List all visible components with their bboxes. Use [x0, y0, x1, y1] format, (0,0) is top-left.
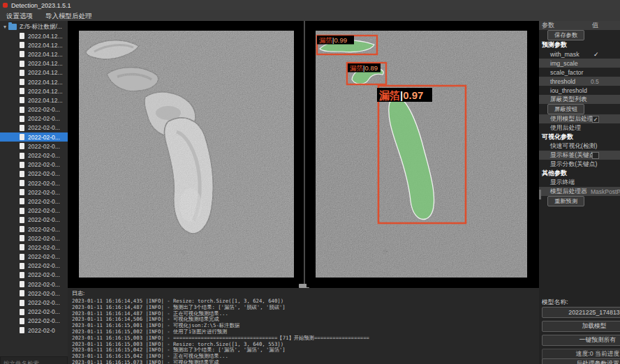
svg-text:漏箔|0.97: 漏箔|0.97	[378, 89, 423, 101]
tree-item[interactable]: 2022.04.12...	[0, 68, 68, 77]
checkbox-unchecked[interactable]	[592, 152, 599, 159]
tree-item-label: 2022-02-0...	[28, 271, 60, 278]
menu-item[interactable]: 设置选项	[0, 10, 39, 21]
tree-item[interactable]: 2022.04.12...	[0, 50, 68, 59]
param-action-button[interactable]: 重新预测	[547, 196, 584, 206]
tree-item[interactable]: 2022-02-0...	[0, 123, 68, 132]
original-image-pane[interactable]	[70, 21, 304, 287]
tree-item-label: 2022-02-0...	[28, 198, 60, 205]
log-title: 日志:	[72, 289, 539, 297]
scrollbar-thumb[interactable]	[539, 190, 541, 199]
tree-item[interactable]: 2022-02-0	[0, 326, 68, 335]
tree-item[interactable]: 2022.04.12...	[0, 40, 68, 50]
detection-score-text: 0.97	[403, 89, 423, 101]
tree-item-label: 2022.04.12...	[28, 42, 63, 49]
tree-item[interactable]: 2022.04.12...	[0, 59, 68, 68]
log-panel[interactable]: 日志: 2023-01-11 16:16:14,435 |INFO| - Res…	[68, 288, 539, 364]
tree-item[interactable]: 2022-02-0...	[0, 105, 68, 114]
tree-item[interactable]: 2022-02-0...	[0, 289, 68, 298]
search-input[interactable]	[0, 356, 68, 364]
tree-item[interactable]: 2022-02-0...	[0, 188, 68, 197]
pane-splitter[interactable]	[304, 21, 305, 287]
tree-item-label: 2022-02-0...	[28, 115, 60, 122]
tree-item-label: 2022-02-0...	[28, 106, 60, 113]
param-row[interactable]: with_mask✓	[539, 50, 620, 59]
file-icon	[20, 189, 24, 195]
param-row[interactable]: 显示终端	[539, 178, 620, 187]
tree-item[interactable]: 2022-02-0...	[0, 252, 68, 261]
file-icon	[20, 226, 24, 232]
window-title: Detection_2023.1.5.1	[11, 2, 71, 9]
tree-root-folder[interactable]: ▾ Z:/5-标注数据/...	[0, 22, 68, 31]
param-row[interactable]: 使用模型后处理✓	[539, 114, 620, 123]
param-row[interactable]: 快速可视化(检测)	[539, 142, 620, 151]
tree-item[interactable]: 2022-02-0...	[0, 317, 68, 326]
predict-all-button[interactable]: 一键预测所有	[542, 335, 620, 346]
tree-item[interactable]: 2022-02-0...	[0, 308, 68, 317]
param-row[interactable]: iou_threshold	[539, 86, 620, 95]
load-model-button[interactable]: 加载模型	[542, 321, 620, 332]
tree-item-label: 2022-02-0...	[28, 317, 60, 324]
tree-item-label: 2022-02-0...	[28, 180, 60, 187]
tree-item-label: 2022-02-0...	[28, 134, 60, 141]
tree-item[interactable]: 2022-02-0...	[0, 179, 68, 188]
param-name: with_mask	[550, 51, 580, 58]
param-action-button[interactable]: 屏蔽按钮	[547, 104, 584, 114]
param-value[interactable]: MaskPostPro	[591, 188, 620, 195]
tree-item-label: 2022.04.12...	[28, 69, 63, 76]
tree-item[interactable]: 2022.04.12...	[0, 31, 68, 40]
params-header-name: 参数	[542, 21, 554, 30]
checkbox-checked[interactable]: ✓	[592, 116, 599, 123]
postprocess-settings-button[interactable]: 后处理参数设置	[542, 358, 620, 364]
model-name-field[interactable]: 20221225_174813	[542, 307, 620, 318]
tree-item-label: 2022-02-0...	[28, 244, 60, 251]
param-row[interactable]: scale_factor	[539, 68, 620, 77]
tree-item[interactable]: 2022-02-0...	[0, 280, 68, 289]
tree-item-label: 2022.04.12...	[28, 88, 63, 95]
tree-item[interactable]: 2022-02-0...	[0, 169, 68, 179]
tree-item[interactable]: 2022-02-0...	[0, 298, 68, 307]
tree-item[interactable]: 2022-02-0...	[0, 142, 68, 151]
chevron-down-icon: ▾	[3, 24, 6, 30]
tree-item-label: 2022-02-0...	[28, 189, 60, 196]
tree-item[interactable]: 2022-02-0...	[0, 114, 68, 123]
tree-item[interactable]: 2022-02-0...	[0, 206, 68, 215]
params-button-row: 重新预测	[539, 196, 620, 206]
menu-item[interactable]: 导入模型后处理	[39, 10, 98, 21]
detection-score-text: 0.89	[364, 64, 378, 72]
param-name: iou_threshold	[550, 87, 587, 94]
file-icon	[20, 61, 24, 67]
check-icon[interactable]: ✓	[593, 51, 599, 58]
param-row[interactable]: 使用后处理	[539, 123, 620, 132]
tree-item[interactable]: 2022.04.12...	[0, 86, 68, 96]
param-row[interactable]: 模型后处理器MaskPostPro	[539, 187, 620, 196]
param-row[interactable]: img_scale	[539, 59, 620, 68]
tree-item[interactable]: 2022-02-0...	[0, 215, 68, 225]
tree-item[interactable]: 2022-02-0...	[0, 132, 68, 142]
tree-item[interactable]: 2022-02-0...	[0, 151, 68, 160]
param-action-button[interactable]: 保存参数	[547, 30, 584, 40]
tree-item[interactable]: 2022-02-0...	[0, 225, 68, 234]
file-icon	[20, 290, 24, 296]
tree-item[interactable]: 2022-02-0...	[0, 160, 68, 169]
tree-item[interactable]: 2022.04.12...	[0, 96, 68, 105]
tree-item[interactable]: 2022-02-0...	[0, 261, 68, 271]
tree-item[interactable]: 2022-02-0...	[0, 271, 68, 280]
file-icon	[20, 162, 24, 168]
tree-item[interactable]: 2022-02-0...	[0, 234, 68, 243]
tree-item[interactable]: 2022-02-0...	[0, 197, 68, 206]
file-icon	[20, 244, 24, 250]
detection-label-text: 漏箔	[350, 64, 364, 72]
param-row[interactable]: 显示分数(关键点)	[539, 160, 620, 169]
param-value[interactable]: 0.5	[591, 78, 599, 85]
tree-item[interactable]: 2022-02-0...	[0, 243, 68, 252]
param-row[interactable]: 屏蔽类型列表	[539, 95, 620, 104]
tree-item[interactable]: 2022.04.12...	[0, 77, 68, 86]
file-icon	[20, 235, 24, 241]
detection-score-text: 0.99	[334, 36, 347, 44]
prediction-image-pane[interactable]: 漏箔|0.99 漏箔|0.89 漏箔|0.97	[307, 21, 537, 287]
file-icon	[20, 116, 24, 122]
file-icon	[20, 107, 24, 113]
param-row[interactable]: 显示标签(关键点)	[539, 151, 620, 160]
param-row[interactable]: threshold0.5	[539, 77, 620, 86]
